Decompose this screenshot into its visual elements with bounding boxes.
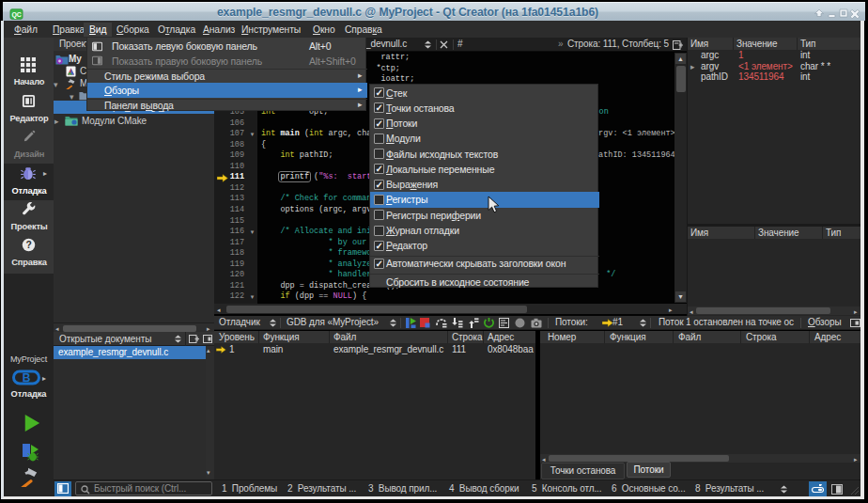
svg-text:?: ? [25, 240, 31, 250]
svg-text:QC: QC [11, 11, 21, 19]
svg-text:B: B [23, 371, 31, 385]
